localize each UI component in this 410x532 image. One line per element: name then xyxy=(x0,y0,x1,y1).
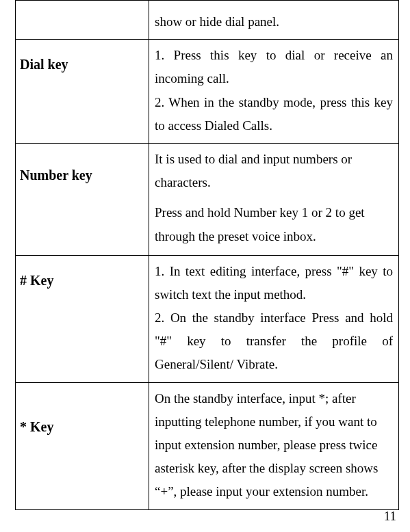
table-row: # Key 1. In text editing interface, pres… xyxy=(16,255,399,382)
desc-text: 1. In text editing interface, press "#" … xyxy=(155,264,393,372)
key-label: * Key xyxy=(20,419,53,434)
table-row: show or hide dial panel. xyxy=(16,1,399,40)
key-cell: # Key xyxy=(16,255,149,382)
key-label: Dial key xyxy=(20,57,68,72)
desc-text: 1. Press this key to dial or receive an … xyxy=(155,48,393,133)
desc-cell: show or hide dial panel. xyxy=(149,1,399,40)
desc-text: It is used to dial and input numbers or … xyxy=(155,148,393,194)
desc-text: Press and hold Number key 1 or 2 to get … xyxy=(155,201,393,248)
key-cell: Dial key xyxy=(16,40,149,144)
desc-cell: It is used to dial and input numbers or … xyxy=(149,143,399,255)
table-row: * Key On the standby interface, input *;… xyxy=(16,382,399,509)
desc-text: On the standby interface, input *; after… xyxy=(155,391,378,499)
key-label: Number key xyxy=(20,168,92,183)
key-description-table: show or hide dial panel. Dial key 1. Pre… xyxy=(15,0,399,510)
key-cell xyxy=(16,1,149,40)
table-row: Dial key 1. Press this key to dial or re… xyxy=(16,40,399,144)
desc-cell: 1. In text editing interface, press "#" … xyxy=(149,255,399,382)
key-cell: * Key xyxy=(16,382,149,509)
desc-cell: 1. Press this key to dial or receive an … xyxy=(149,40,399,144)
key-cell: Number key xyxy=(16,143,149,255)
page-number: 11 xyxy=(384,509,396,524)
desc-cell: On the standby interface, input *; after… xyxy=(149,382,399,509)
key-label: # Key xyxy=(20,273,53,288)
table-row: Number key It is used to dial and input … xyxy=(16,143,399,255)
desc-text: show or hide dial panel. xyxy=(155,14,279,29)
